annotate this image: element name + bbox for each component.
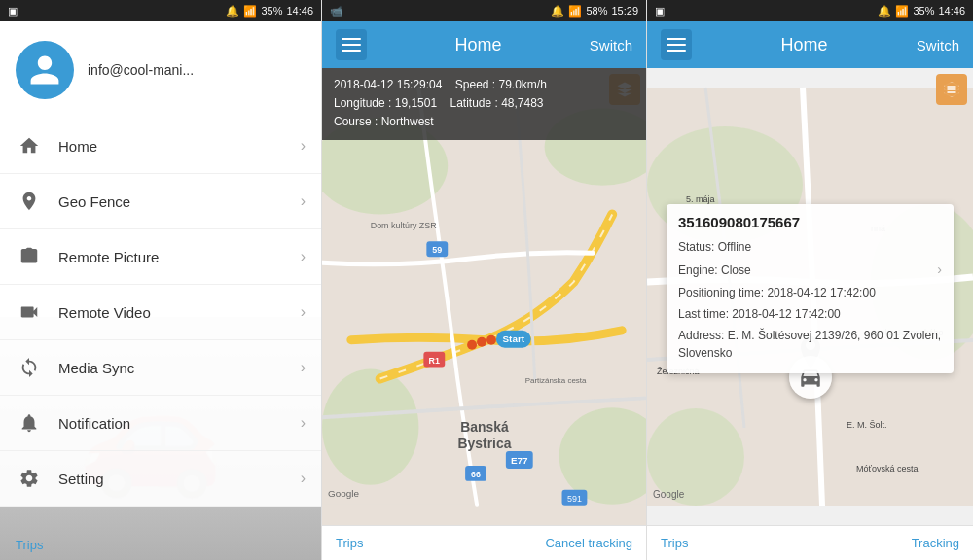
svg-point-19 [486, 335, 496, 345]
chevron-geo: › [301, 192, 306, 210]
device-engine: Engine: Close [678, 262, 937, 279]
bottom-bar-2: Trips Cancel tracking [322, 525, 646, 560]
svg-text:66: 66 [471, 470, 481, 479]
device-address: Address: E. M. Šoltésovej 2139/26, 960 0… [678, 327, 942, 362]
svg-text:5. mája: 5. mája [686, 194, 715, 204]
sidebar-item-remote-video[interactable]: Remote Video › [0, 285, 321, 340]
geofence-icon [16, 188, 43, 215]
hamburger-icon-3 [667, 38, 686, 52]
sim-icon: ▣ [8, 5, 18, 18]
device-status-row: Status: Offline [678, 236, 942, 258]
menu-button-3[interactable] [661, 29, 692, 60]
menu-label-home: Home [58, 138, 301, 155]
status-bar-3: ▣ 🔔 📶 35% 14:46 [647, 0, 973, 21]
svg-point-3 [322, 369, 418, 485]
status-bar-1: ▣ 🔔 📶 35% 14:46 [0, 0, 321, 21]
setting-icon [16, 465, 43, 492]
alarm-icon-2: 🔔 [551, 5, 564, 18]
svg-text:Google: Google [328, 488, 360, 499]
status-icons-3: ▣ [655, 5, 665, 18]
person-icon [27, 52, 62, 88]
menu-label-notification: Notification [58, 415, 301, 432]
menu-label-remote-video: Remote Video [58, 304, 301, 321]
svg-text:59: 59 [432, 245, 442, 255]
wifi-icon-3: 📶 [895, 5, 909, 18]
trips-link-3[interactable]: Trips [661, 536, 688, 550]
sidebar-item-media-sync[interactable]: Media Sync › [0, 340, 321, 396]
sidebar-item-notification[interactable]: Notification › [0, 396, 321, 451]
chevron-engine: › [937, 260, 942, 280]
battery-1: 35% [261, 5, 282, 17]
app-header-3: Home Switch [647, 21, 973, 68]
switch-button-3[interactable]: Switch [917, 37, 959, 53]
chevron-sync: › [301, 359, 306, 376]
time-2: 15:29 [611, 5, 638, 17]
hamburger-icon-2 [342, 38, 361, 52]
tracking-link-3[interactable]: Tracking [912, 536, 959, 550]
ham-line-2 [342, 44, 361, 46]
time-1: 14:46 [286, 5, 313, 17]
menu-label-remote-picture: Remote Picture [58, 249, 301, 265]
ham-line-4 [667, 38, 686, 40]
device-address-row: Address: E. M. Šoltésovej 2139/26, 960 0… [678, 325, 942, 364]
home-icon [16, 132, 43, 159]
menu-button-2[interactable] [336, 29, 367, 60]
svg-text:Móťovská cesta: Móťovská cesta [856, 464, 918, 473]
svg-text:E. M. Šolt.: E. M. Šolt. [847, 420, 887, 430]
chevron-setting: › [301, 470, 306, 487]
svg-text:Bystrica: Bystrica [458, 436, 512, 451]
switch-button-2[interactable]: Switch [590, 37, 632, 53]
ham-line-1 [342, 38, 361, 40]
sim-icon-3: ▣ [655, 5, 665, 18]
video-icon [16, 298, 43, 326]
status-icons-2: 📹 [330, 5, 343, 18]
menu-label-media-sync: Media Sync [58, 360, 301, 376]
chevron-video: › [301, 303, 306, 321]
device-popup: 351609080175667 Status: Offline Engine: … [667, 204, 954, 373]
status-info-3: 🔔 📶 35% 14:46 [878, 5, 965, 18]
device-positioning-row: Positioning time: 2018-04-12 17:42:00 [678, 282, 942, 303]
trips-link-2[interactable]: Trips [336, 536, 363, 550]
camera-icon [16, 243, 43, 270]
trips-link-1[interactable]: Trips [16, 538, 43, 552]
info-coords: Longitude : 19,1501 Latitude : 48,7483 [334, 94, 634, 113]
device-lasttime: Last time: 2018-04-12 17:42:00 [678, 305, 942, 323]
sync-icon [16, 354, 43, 381]
header-title-2: Home [454, 35, 501, 55]
chevron-notification: › [301, 414, 306, 432]
device-id: 351609080175667 [678, 214, 942, 230]
svg-text:591: 591 [567, 494, 582, 504]
alarm-icon: 🔔 [226, 5, 239, 18]
svg-point-17 [467, 340, 477, 350]
app-header-2: Home Switch [322, 21, 646, 68]
svg-text:Partizánska cesta: Partizánska cesta [525, 376, 587, 385]
sidebar-item-home[interactable]: Home › [0, 119, 321, 174]
time-3: 14:46 [938, 5, 965, 17]
info-datetime: 2018-04-12 15:29:04 Speed : 79.0km/h [334, 76, 634, 94]
sidebar-item-setting[interactable]: Setting › [0, 451, 321, 507]
header-title-3: Home [780, 35, 827, 55]
alarm-icon-3: 🔔 [878, 5, 891, 18]
cancel-tracking-link[interactable]: Cancel tracking [545, 536, 632, 550]
device-engine-row[interactable]: Engine: Close › [678, 258, 942, 282]
status-icons-1: ▣ [8, 5, 18, 18]
menu-label-geo-fence: Geo Fence [58, 193, 301, 210]
sidebar-item-remote-picture[interactable]: Remote Picture › [0, 229, 321, 285]
chevron-picture: › [301, 248, 306, 265]
battery-3: 35% [913, 5, 934, 17]
video-cam-icon: 📹 [330, 5, 343, 18]
status-bar-2: 📹 🔔 📶 58% 15:29 [322, 0, 646, 21]
ham-line-3 [342, 50, 361, 52]
sidebar-item-geo-fence[interactable]: Geo Fence › [0, 174, 321, 229]
tracking-info-overlay: 2018-04-12 15:29:04 Speed : 79.0km/h Lon… [322, 68, 646, 140]
svg-text:Google: Google [653, 489, 685, 500]
panel-device-info: ▣ 🔔 📶 35% 14:46 Home Switch [647, 0, 973, 560]
map-area-3: 5. mája nná Železničná Móťovská cesta E.… [647, 68, 973, 525]
map-layer-button-3[interactable] [936, 74, 967, 105]
chevron-home: › [301, 137, 306, 155]
ham-line-5 [667, 44, 686, 46]
svg-point-18 [477, 337, 486, 347]
svg-text:Banská: Banská [460, 419, 509, 435]
svg-text:Dom kultúry ZSR: Dom kultúry ZSR [371, 221, 438, 230]
layers-icon-3 [943, 81, 960, 98]
